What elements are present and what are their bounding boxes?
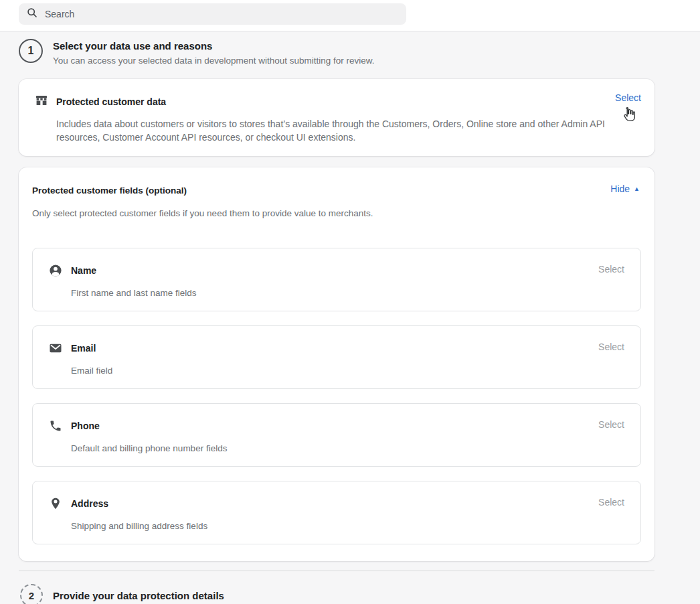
protected-customer-fields-card: Protected customer fields (optional) Hid…: [19, 167, 654, 561]
field-name-label: Name: [71, 265, 96, 276]
hide-toggle-label: Hide: [610, 183, 630, 194]
field-card-email: Email Email field Select: [32, 325, 641, 389]
field-address-select-link[interactable]: Select: [598, 497, 624, 508]
protected-customer-data-select-link[interactable]: Select: [615, 92, 641, 103]
email-icon: [49, 342, 62, 358]
step-1-title: Select your data use and reasons: [53, 39, 375, 52]
step-1-subtitle: You can access your selected data in dev…: [53, 56, 375, 66]
hide-toggle-link[interactable]: Hide ▲: [610, 183, 640, 194]
step-2-header: 2 Provide your data protection details: [20, 584, 224, 604]
field-phone-label: Phone: [71, 421, 100, 431]
field-address-label: Address: [71, 498, 108, 509]
storefront-icon: [35, 94, 48, 110]
search-icon: [27, 7, 37, 21]
search-box[interactable]: [19, 3, 406, 25]
field-card-name: Name First name and last name fields Sel…: [32, 248, 641, 311]
field-email-label: Email: [71, 343, 96, 354]
chevron-up-triangle-icon: ▲: [634, 186, 640, 192]
protected-customer-data-title: Protected customer data: [56, 96, 166, 107]
protected-customer-fields-title: Protected customer fields (optional): [32, 185, 187, 196]
protected-customer-data-card: Protected customer data Select Includes …: [19, 79, 654, 156]
protected-customer-fields-description: Only select protected customer fields if…: [32, 208, 373, 218]
field-address-description: Shipping and billing address fields: [71, 521, 207, 531]
section-divider: [19, 571, 654, 571]
step-2-number-badge: 2: [20, 584, 43, 604]
top-bar: [0, 0, 700, 31]
field-name-select-link[interactable]: Select: [598, 264, 624, 275]
step-1-number-badge: 1: [19, 39, 43, 63]
field-phone-select-link[interactable]: Select: [598, 419, 624, 430]
protected-customer-data-description: Includes data about customers or visitor…: [56, 117, 613, 144]
field-phone-description: Default and billing phone number fields: [71, 443, 227, 453]
location-pin-icon: [49, 497, 62, 513]
search-input[interactable]: [43, 8, 398, 20]
field-email-select-link[interactable]: Select: [598, 342, 624, 352]
field-email-description: Email field: [71, 366, 112, 376]
field-card-address: Address Shipping and billing address fie…: [32, 481, 641, 544]
field-card-phone: Phone Default and billing phone number f…: [32, 403, 641, 467]
person-icon: [49, 264, 62, 280]
field-name-description: First name and last name fields: [71, 288, 197, 298]
step-2-title: Provide your data protection details: [53, 590, 224, 601]
phone-icon: [49, 419, 62, 435]
step-1-header: 1 Select your data use and reasons You c…: [19, 39, 375, 66]
